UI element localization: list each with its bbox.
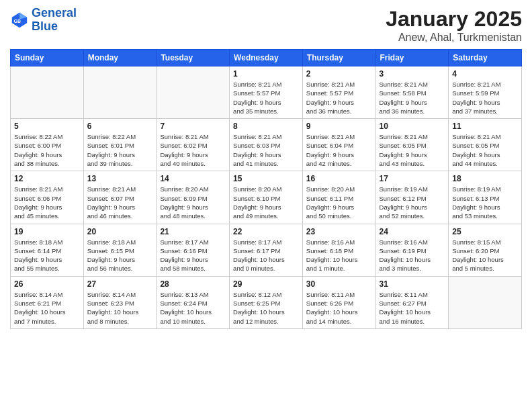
calendar-cell: 13Sunrise: 8:21 AM Sunset: 6:07 PM Dayli… <box>83 171 157 224</box>
calendar-title: January 2025 <box>386 7 522 32</box>
day-info: Sunrise: 8:17 AM Sunset: 6:16 PM Dayligh… <box>160 238 226 273</box>
calendar-cell: 28Sunrise: 8:13 AM Sunset: 6:24 PM Dayli… <box>157 276 230 328</box>
title-block: January 2025 Anew, Ahal, Turkmenistan <box>386 7 522 44</box>
day-info: Sunrise: 8:16 AM Sunset: 6:19 PM Dayligh… <box>380 238 445 273</box>
day-number: 11 <box>452 122 518 131</box>
day-info: Sunrise: 8:20 AM Sunset: 6:10 PM Dayligh… <box>233 185 299 220</box>
calendar-cell: 26Sunrise: 8:14 AM Sunset: 6:21 PM Dayli… <box>11 276 84 328</box>
day-info: Sunrise: 8:14 AM Sunset: 6:23 PM Dayligh… <box>87 290 153 326</box>
day-info: Sunrise: 8:21 AM Sunset: 6:06 PM Dayligh… <box>14 185 80 220</box>
calendar-cell <box>157 66 230 119</box>
day-info: Sunrise: 8:21 AM Sunset: 6:04 PM Dayligh… <box>306 132 372 168</box>
day-info: Sunrise: 8:20 AM Sunset: 6:11 PM Dayligh… <box>306 185 372 220</box>
calendar-cell: 19Sunrise: 8:18 AM Sunset: 6:14 PM Dayli… <box>11 224 84 276</box>
day-number: 16 <box>306 174 372 183</box>
day-info: Sunrise: 8:18 AM Sunset: 6:15 PM Dayligh… <box>87 238 153 273</box>
calendar-cell: 27Sunrise: 8:14 AM Sunset: 6:23 PM Dayli… <box>83 276 157 328</box>
calendar-cell: 21Sunrise: 8:17 AM Sunset: 6:16 PM Dayli… <box>157 224 230 276</box>
calendar-cell: 29Sunrise: 8:12 AM Sunset: 6:25 PM Dayli… <box>230 276 303 328</box>
calendar-cell: 22Sunrise: 8:17 AM Sunset: 6:17 PM Dayli… <box>230 224 303 276</box>
day-number: 12 <box>14 174 80 183</box>
logo: GB General Blue <box>10 7 77 34</box>
day-number: 20 <box>87 227 153 236</box>
day-number: 1 <box>233 69 299 79</box>
day-number: 4 <box>452 69 518 79</box>
day-number: 26 <box>14 279 80 289</box>
calendar-cell: 20Sunrise: 8:18 AM Sunset: 6:15 PM Dayli… <box>83 224 157 276</box>
day-number: 28 <box>160 279 226 289</box>
logo-icon: GB <box>10 11 29 30</box>
day-info: Sunrise: 8:16 AM Sunset: 6:18 PM Dayligh… <box>306 238 372 273</box>
day-number: 22 <box>233 227 299 236</box>
svg-text:GB: GB <box>14 19 21 24</box>
day-number: 2 <box>306 69 372 79</box>
logo-line2: Blue <box>32 20 77 34</box>
day-number: 7 <box>160 122 226 131</box>
day-info: Sunrise: 8:18 AM Sunset: 6:14 PM Dayligh… <box>14 238 80 273</box>
header-monday: Monday <box>83 50 157 66</box>
day-number: 6 <box>87 122 153 131</box>
day-number: 5 <box>14 122 80 131</box>
day-number: 9 <box>306 122 372 131</box>
day-number: 13 <box>87 174 153 183</box>
calendar-cell: 18Sunrise: 8:19 AM Sunset: 6:13 PM Dayli… <box>449 171 522 224</box>
day-number: 3 <box>380 69 445 79</box>
calendar-cell: 25Sunrise: 8:15 AM Sunset: 6:20 PM Dayli… <box>449 224 522 276</box>
day-info: Sunrise: 8:11 AM Sunset: 6:27 PM Dayligh… <box>380 290 445 326</box>
day-number: 25 <box>452 227 518 236</box>
day-info: Sunrise: 8:15 AM Sunset: 6:20 PM Dayligh… <box>452 238 518 273</box>
day-info: Sunrise: 8:21 AM Sunset: 6:02 PM Dayligh… <box>160 132 226 168</box>
calendar-cell: 31Sunrise: 8:11 AM Sunset: 6:27 PM Dayli… <box>375 276 449 328</box>
day-number: 8 <box>233 122 299 131</box>
calendar-cell: 23Sunrise: 8:16 AM Sunset: 6:18 PM Dayli… <box>302 224 375 276</box>
calendar-subtitle: Anew, Ahal, Turkmenistan <box>386 32 522 44</box>
calendar-cell: 9Sunrise: 8:21 AM Sunset: 6:04 PM Daylig… <box>302 119 375 171</box>
day-info: Sunrise: 8:21 AM Sunset: 5:58 PM Dayligh… <box>380 80 445 116</box>
day-info: Sunrise: 8:14 AM Sunset: 6:21 PM Dayligh… <box>14 290 80 326</box>
day-number: 17 <box>380 174 445 183</box>
day-number: 29 <box>233 279 299 289</box>
day-info: Sunrise: 8:21 AM Sunset: 6:03 PM Dayligh… <box>233 132 299 168</box>
calendar-cell <box>449 276 522 328</box>
week-row-3: 12Sunrise: 8:21 AM Sunset: 6:06 PM Dayli… <box>11 171 522 224</box>
calendar-cell <box>11 66 84 119</box>
calendar-cell: 24Sunrise: 8:16 AM Sunset: 6:19 PM Dayli… <box>375 224 449 276</box>
week-row-4: 19Sunrise: 8:18 AM Sunset: 6:14 PM Dayli… <box>11 224 522 276</box>
calendar-cell <box>83 66 157 119</box>
week-row-5: 26Sunrise: 8:14 AM Sunset: 6:21 PM Dayli… <box>11 276 522 328</box>
logo-line1: General <box>32 7 77 20</box>
day-number: 15 <box>233 174 299 183</box>
day-info: Sunrise: 8:19 AM Sunset: 6:12 PM Dayligh… <box>380 185 445 220</box>
day-number: 14 <box>160 174 226 183</box>
calendar-cell: 7Sunrise: 8:21 AM Sunset: 6:02 PM Daylig… <box>157 119 230 171</box>
calendar-cell: 3Sunrise: 8:21 AM Sunset: 5:58 PM Daylig… <box>375 66 449 119</box>
calendar-cell: 10Sunrise: 8:21 AM Sunset: 6:05 PM Dayli… <box>375 119 449 171</box>
calendar-cell: 11Sunrise: 8:21 AM Sunset: 6:05 PM Dayli… <box>449 119 522 171</box>
day-number: 10 <box>380 122 445 131</box>
weekday-header-row: Sunday Monday Tuesday Wednesday Thursday… <box>11 50 522 66</box>
day-number: 19 <box>14 227 80 236</box>
day-info: Sunrise: 8:22 AM Sunset: 6:01 PM Dayligh… <box>87 132 153 168</box>
day-info: Sunrise: 8:21 AM Sunset: 6:07 PM Dayligh… <box>87 185 153 220</box>
calendar-cell: 30Sunrise: 8:11 AM Sunset: 6:26 PM Dayli… <box>302 276 375 328</box>
header: GB General Blue January 2025 Anew, Ahal,… <box>10 7 522 44</box>
day-number: 31 <box>380 279 445 289</box>
day-number: 23 <box>306 227 372 236</box>
header-sunday: Sunday <box>11 50 84 66</box>
calendar-cell: 16Sunrise: 8:20 AM Sunset: 6:11 PM Dayli… <box>302 171 375 224</box>
header-tuesday: Tuesday <box>157 50 230 66</box>
calendar-cell: 12Sunrise: 8:21 AM Sunset: 6:06 PM Dayli… <box>11 171 84 224</box>
calendar-cell: 15Sunrise: 8:20 AM Sunset: 6:10 PM Dayli… <box>230 171 303 224</box>
day-info: Sunrise: 8:19 AM Sunset: 6:13 PM Dayligh… <box>452 185 518 220</box>
calendar-cell: 5Sunrise: 8:22 AM Sunset: 6:00 PM Daylig… <box>11 119 84 171</box>
day-info: Sunrise: 8:21 AM Sunset: 6:05 PM Dayligh… <box>452 132 518 168</box>
day-number: 21 <box>160 227 226 236</box>
day-info: Sunrise: 8:21 AM Sunset: 5:57 PM Dayligh… <box>233 80 299 116</box>
header-thursday: Thursday <box>302 50 375 66</box>
week-row-2: 5Sunrise: 8:22 AM Sunset: 6:00 PM Daylig… <box>11 119 522 171</box>
day-number: 30 <box>306 279 372 289</box>
day-info: Sunrise: 8:12 AM Sunset: 6:25 PM Dayligh… <box>233 290 299 326</box>
calendar-cell: 14Sunrise: 8:20 AM Sunset: 6:09 PM Dayli… <box>157 171 230 224</box>
day-info: Sunrise: 8:21 AM Sunset: 6:05 PM Dayligh… <box>380 132 445 168</box>
day-number: 18 <box>452 174 518 183</box>
